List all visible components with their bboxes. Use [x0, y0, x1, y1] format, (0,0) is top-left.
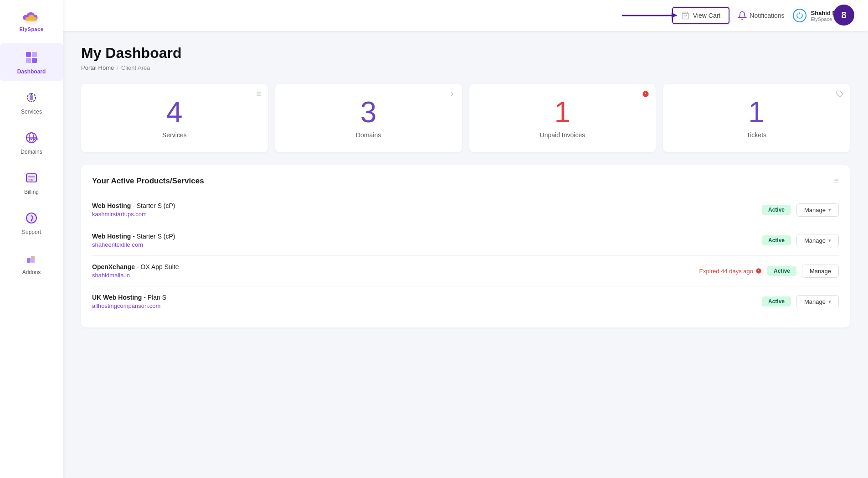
- product-name-rest-p4: - Plan S: [142, 294, 166, 301]
- status-badge-p3: Active: [767, 266, 796, 276]
- notification-count-badge: 8: [833, 5, 854, 26]
- product-name-bold-p3: OpenXchange: [92, 263, 135, 270]
- sidebar: ElySpace Dashboard Services: [0, 0, 63, 478]
- page-content: My Dashboard Portal Home / Client Area 4…: [63, 31, 868, 478]
- manage-button-p4[interactable]: Manage ▾: [796, 295, 839, 308]
- sidebar-item-dashboard-label: Dashboard: [17, 68, 46, 75]
- tickets-stat-icon: [836, 90, 843, 99]
- svg-rect-2: [32, 52, 37, 57]
- addons-icon: [23, 250, 40, 266]
- logo-icon: [20, 9, 43, 26]
- stat-card-services[interactable]: 4 Services: [81, 84, 268, 152]
- products-header: Your Active Products/Services ≡: [92, 176, 839, 186]
- services-count: 4: [166, 98, 183, 127]
- services-icon: [23, 89, 40, 106]
- product-name-bold-p1: Web Hosting: [92, 202, 131, 209]
- status-badge-p2: Active: [762, 235, 791, 245]
- stat-card-tickets[interactable]: 1 Tickets: [663, 84, 850, 152]
- sidebar-item-support-label: Support: [22, 229, 41, 235]
- product-domain-p4[interactable]: allhostingcomparison.com: [92, 302, 756, 309]
- domains-stat-icon: [448, 90, 456, 99]
- cart-icon: [681, 11, 689, 20]
- manage-label-p2: Manage: [804, 237, 826, 244]
- product-status-area-p3: Expired 44 days ago Active Manage: [699, 265, 839, 278]
- support-icon: [23, 210, 40, 226]
- product-row: OpenXchange - OX App Suite shahidmalla.i…: [92, 256, 839, 286]
- invoices-label: Unpaid Invoices: [540, 131, 586, 139]
- products-section: Your Active Products/Services ≡ Web Host…: [81, 165, 850, 327]
- product-info-p4: UK Web Hosting - Plan S allhostingcompar…: [92, 294, 756, 309]
- manage-chevron-p2: ▾: [828, 238, 831, 244]
- svg-rect-6: [30, 95, 33, 100]
- sidebar-item-dashboard[interactable]: Dashboard: [0, 43, 63, 81]
- svg-point-20: [31, 220, 32, 222]
- svg-rect-1: [26, 52, 31, 57]
- product-name-bold-p4: UK Web Hosting: [92, 294, 142, 301]
- invoices-alert-icon: [642, 90, 649, 99]
- expired-alert-icon: [755, 268, 762, 274]
- status-badge-p1: Active: [762, 205, 791, 215]
- breadcrumb: Portal Home / Client Area: [81, 64, 850, 71]
- breadcrumb-portal-home[interactable]: Portal Home: [81, 64, 114, 71]
- sidebar-item-billing-label: Billing: [24, 189, 39, 195]
- invoices-count: 1: [555, 98, 571, 127]
- products-menu-icon[interactable]: ≡: [834, 176, 839, 186]
- manage-button-p2[interactable]: Manage ▾: [796, 234, 839, 247]
- svg-rect-3: [26, 58, 31, 63]
- product-status-area-p1: Active Manage ▾: [762, 203, 839, 217]
- billing-icon: $: [23, 170, 40, 186]
- notifications-icon: [738, 11, 747, 20]
- sidebar-item-addons[interactable]: Addons: [0, 244, 63, 282]
- main-content: View Cart Notifications Shahid Malla Ely…: [63, 0, 868, 478]
- notifications-button[interactable]: Notifications: [738, 11, 784, 20]
- services-stat-icon: [254, 90, 262, 99]
- product-status-area-p2: Active Manage ▾: [762, 234, 839, 247]
- view-cart-button[interactable]: View Cart: [672, 7, 729, 24]
- product-domain-p2[interactable]: shaheentextile.com: [92, 241, 756, 248]
- arrow-line: [622, 15, 677, 16]
- sidebar-item-domains-label: Domains: [21, 149, 42, 155]
- tickets-count: 1: [748, 98, 765, 127]
- arrow-annotation: [622, 15, 677, 16]
- logo: ElySpace: [20, 5, 44, 35]
- stat-card-invoices[interactable]: 1 Unpaid Invoices: [469, 84, 656, 152]
- breadcrumb-client-area: Client Area: [121, 64, 150, 71]
- product-domain-p3[interactable]: shahidmalla.in: [92, 272, 693, 279]
- sidebar-item-support[interactable]: Support: [0, 203, 63, 242]
- stat-card-domains[interactable]: 3 Domains: [275, 84, 462, 152]
- expired-text-p3: Expired 44 days ago: [699, 268, 753, 275]
- product-info-p1: Web Hosting - Starter S (cP) kashmirstar…: [92, 202, 756, 218]
- manage-button-p3[interactable]: Manage: [802, 265, 839, 278]
- svg-text:$: $: [31, 178, 33, 182]
- product-name-rest-p2: - Starter S (cP): [131, 233, 175, 240]
- tickets-label: Tickets: [746, 131, 766, 139]
- services-label: Services: [162, 131, 187, 139]
- sidebar-item-addons-label: Addons: [22, 269, 41, 275]
- sidebar-item-services-label: Services: [21, 109, 42, 115]
- product-row: Web Hosting - Starter S (cP) kashmirstar…: [92, 195, 839, 225]
- expired-warning-p3: Expired 44 days ago: [699, 268, 762, 275]
- status-badge-p4: Active: [762, 296, 791, 307]
- product-name-rest-p3: - OX App Suite: [135, 263, 179, 270]
- sidebar-item-billing[interactable]: $ Billing: [0, 163, 63, 202]
- notifications-label: Notifications: [750, 12, 784, 19]
- sidebar-item-domains[interactable]: www Domains: [0, 123, 63, 161]
- manage-button-p1[interactable]: Manage ▾: [796, 203, 839, 217]
- breadcrumb-separator: /: [117, 64, 118, 71]
- product-name-rest-p1: - Starter S (cP): [131, 202, 175, 209]
- svg-point-14: [28, 179, 30, 181]
- domains-label: Domains: [356, 131, 381, 139]
- domains-icon: www: [23, 130, 40, 146]
- product-name-p2: Web Hosting - Starter S (cP): [92, 233, 756, 240]
- page-title: My Dashboard: [81, 45, 850, 62]
- product-domain-p1[interactable]: kashmirstartups.com: [92, 211, 756, 218]
- user-power-icon: [793, 9, 806, 22]
- stats-grid: 4 Services 3 Domains: [81, 84, 850, 152]
- manage-chevron-p1: ▾: [828, 207, 831, 213]
- svg-rect-16: [28, 176, 35, 177]
- logo-text: ElySpace: [20, 26, 44, 32]
- sidebar-item-services[interactable]: Services: [0, 83, 63, 121]
- product-row: UK Web Hosting - Plan S allhostingcompar…: [92, 286, 839, 317]
- manage-chevron-p4: ▾: [828, 299, 831, 305]
- manage-label-p1: Manage: [804, 207, 826, 213]
